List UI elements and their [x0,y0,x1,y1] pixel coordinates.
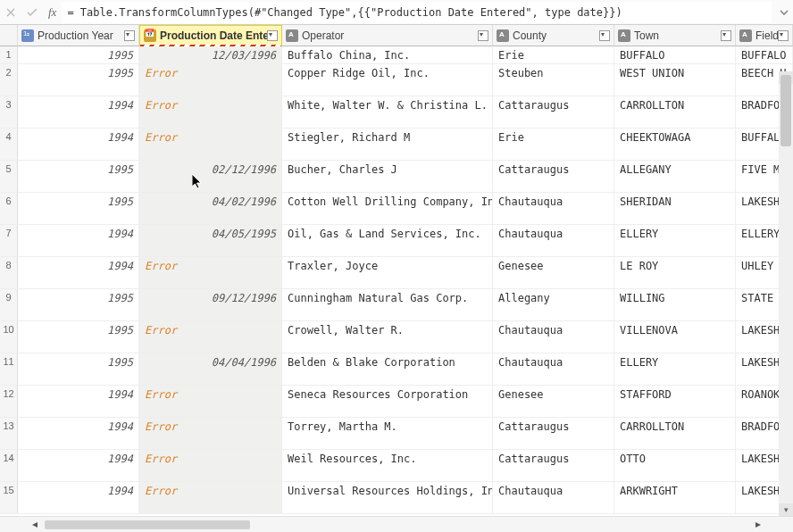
cell-production-year[interactable]: 1995 [18,64,139,96]
cell-production-year[interactable]: 1995 [18,353,139,385]
scroll-right-button[interactable]: ▸ [752,519,764,531]
cell-production-date-entered[interactable]: Error [139,257,282,288]
cell-town[interactable]: STAFFORD [614,386,736,417]
cell-county[interactable]: Chautauqua [493,321,614,353]
cell-county[interactable]: Cattaraugus [493,161,614,192]
column-header-town[interactable]: Town [614,25,736,46]
cell-county[interactable]: Allegany [493,289,614,320]
cell-production-date-entered[interactable]: 04/05/1995 [139,225,282,256]
cell-production-date-entered[interactable]: 12/03/1996 [139,46,282,63]
horizontal-scrollbar[interactable]: ◂ ▸ [0,516,793,532]
cell-town[interactable]: SHERIDAN [614,193,736,224]
cell-operator[interactable]: Buffalo China, Inc. [282,46,493,63]
cell-county[interactable]: Cattaraugus [493,450,614,481]
table-row[interactable]: 7199404/05/1995Oil, Gas & Land Services,… [0,225,793,257]
cell-town[interactable]: ELLERY [614,353,736,385]
cell-production-year[interactable]: 1995 [18,161,139,192]
row-number[interactable]: 10 [0,321,18,353]
cell-county[interactable]: Genesee [493,257,614,288]
accept-formula-button[interactable] [21,2,43,23]
row-number[interactable]: 1 [0,46,18,63]
table-row[interactable]: 101995ErrorCrowell, Walter R.ChautauquaV… [0,321,793,353]
table-row[interactable]: 5199502/12/1996Bucher, Charles JCattarau… [0,161,793,193]
row-number[interactable]: 8 [0,257,18,288]
row-number[interactable]: 2 [0,64,18,96]
cell-operator[interactable]: Torrey, Martha M. [282,418,493,449]
cell-county[interactable]: Cattaraugus [493,418,614,449]
cell-county[interactable]: Chautauqua [493,193,614,224]
cell-production-year[interactable]: 1994 [18,418,139,449]
cell-county[interactable]: Chautauqua [493,353,614,385]
text-type-icon[interactable] [739,29,752,42]
cell-town[interactable]: WEST UNION [614,64,736,96]
table-row[interactable]: 9199509/12/1996Cunningham Natural Gas Co… [0,289,793,321]
row-number[interactable]: 3 [0,96,18,128]
row-number[interactable]: 4 [0,129,18,160]
cell-county[interactable]: Genesee [493,386,614,417]
scroll-left-button[interactable]: ◂ [29,519,41,531]
cell-town[interactable]: BUFFALO [614,46,736,63]
cell-production-year[interactable]: 1995 [18,193,139,224]
row-number[interactable]: 14 [0,450,18,481]
cell-town[interactable]: CARROLLTON [614,96,736,128]
cell-production-date-entered[interactable]: Error [139,64,282,96]
row-number[interactable]: 5 [0,161,18,192]
cell-operator[interactable]: Traxler, Joyce [282,257,493,288]
cancel-formula-button[interactable] [0,2,21,23]
table-row[interactable]: 21995ErrorCopper Ridge Oil, Inc.SteubenW… [0,64,793,96]
cell-production-year[interactable]: 1995 [18,321,139,353]
table-row[interactable]: 81994ErrorTraxler, JoyceGeneseeLE ROYUHL… [0,257,793,289]
scroll-down-button[interactable]: ▾ [779,503,793,516]
cell-production-year[interactable]: 1995 [18,46,139,63]
column-header-operator[interactable]: Operator [282,25,493,46]
formula-input[interactable] [62,2,772,23]
table-row[interactable]: 31994ErrorWhite, Walter W. & Christina L… [0,96,793,129]
cell-town[interactable]: ELLERY [614,225,736,256]
row-number[interactable]: 13 [0,418,18,449]
cell-operator[interactable]: Oil, Gas & Land Services, Inc. [282,225,493,256]
cell-county[interactable]: Erie [493,129,614,160]
row-number[interactable]: 12 [0,386,18,417]
cell-production-date-entered[interactable]: Error [139,418,282,449]
cell-production-year[interactable]: 1994 [18,96,139,128]
cell-operator[interactable]: Seneca Resources Corporation [282,386,493,417]
cell-field[interactable]: BUFFALO [736,46,793,63]
cell-production-date-entered[interactable]: 09/12/1996 [139,289,282,320]
cell-county[interactable]: Steuben [493,64,614,96]
column-filter-button[interactable] [721,30,731,41]
cell-production-date-entered[interactable]: 02/12/1996 [139,161,282,192]
text-type-icon[interactable] [497,29,509,42]
cell-county[interactable]: Chautauqua [493,482,614,513]
cell-operator[interactable]: Copper Ridge Oil, Inc. [282,64,493,96]
cell-operator[interactable]: Crowell, Walter R. [282,321,493,353]
vertical-scroll-thumb[interactable] [780,75,791,146]
date-type-icon[interactable] [144,29,156,42]
cell-operator[interactable]: Cotton Well Drilling Company, Inc. [282,193,493,224]
cell-operator[interactable]: Universal Resources Holdings, Incorp [282,482,493,513]
cell-production-year[interactable]: 1994 [18,257,139,288]
number-type-icon[interactable] [21,29,34,42]
cell-town[interactable]: LE ROY [614,257,736,288]
cell-town[interactable]: CARROLLTON [614,418,736,449]
column-filter-button[interactable] [124,30,135,41]
cell-operator[interactable]: Stiegler, Richard M [282,129,493,160]
table-row[interactable]: 6199504/02/1996Cotton Well Drilling Comp… [0,193,793,225]
cell-county[interactable]: Cattaraugus [493,96,614,128]
row-number[interactable]: 7 [0,225,18,256]
cell-operator[interactable]: Weil Resources, Inc. [282,450,493,481]
cell-county[interactable]: Erie [493,46,614,63]
cell-production-date-entered[interactable]: Error [139,386,282,417]
horizontal-scroll-thumb[interactable] [45,520,250,529]
cell-production-date-entered[interactable]: Error [139,96,282,128]
table-row[interactable]: 121994ErrorSeneca Resources CorporationG… [0,386,793,418]
cell-operator[interactable]: White, Walter W. & Christina L. [282,96,493,128]
column-header-county[interactable]: County [493,25,614,46]
column-filter-button[interactable] [478,30,488,41]
row-number[interactable]: 15 [0,482,18,513]
table-row[interactable]: 141994ErrorWeil Resources, Inc.Cattaraug… [0,450,793,482]
cell-production-year[interactable]: 1995 [18,289,139,320]
cell-production-year[interactable]: 1994 [18,386,139,417]
cell-town[interactable]: VILLENOVA [614,321,736,353]
cell-operator[interactable]: Bucher, Charles J [282,161,493,192]
cell-operator[interactable]: Cunningham Natural Gas Corp. [282,289,493,320]
